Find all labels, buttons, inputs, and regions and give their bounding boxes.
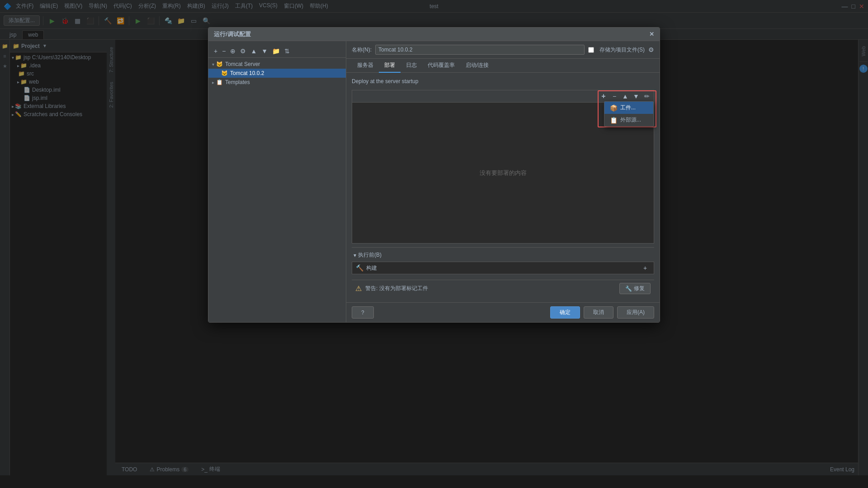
dlg-tomcat-config-label: Tomcat 10.0.2 [230,70,264,76]
name-label: 名称(N): [352,46,372,54]
deploy-add-icon: + [601,92,605,100]
before-launch-label: 执行前(B) [358,251,382,259]
dlg-tab-coverage[interactable]: 代码覆盖率 [422,59,460,73]
external-icon: 📋 [610,117,618,124]
artifact-icon: 📦 [610,104,618,112]
dlg-tab-log[interactable]: 日志 [401,59,422,73]
dialog-titlebar: 运行/调试配置 ✕ [208,28,660,41]
dialog-content: Deploy at the server startup + − [346,73,660,302]
build-icon: 🔨 [356,264,363,272]
fix-label: 修复 [634,285,645,292]
up-config-btn[interactable]: ▲ [249,47,259,56]
warning-icon: ⚠ [355,284,362,293]
popup-menu: 📦 工件... 📋 外部源... [604,101,654,127]
warning-text: 警告: 没有为部署标记工件 [365,285,616,292]
dialog-body: + − ⊕ ⚙ ▲ ▼ 📁 ⇅ ▾ 🐱 Tomcat Server [208,41,660,322]
dialog-close-btn[interactable]: ✕ [649,31,654,38]
name-input[interactable] [375,45,585,55]
deploy-down-btn[interactable]: ▼ [631,91,641,101]
popup-external-label: 外部源... [620,116,641,124]
popup-artifact-label: 工件... [620,104,636,112]
dlg-templates-label: Templates [225,79,250,85]
dialog-title: 运行/调试配置 [214,30,251,38]
deploy-down-icon: ▼ [633,93,639,100]
deploy-add-btn[interactable]: + [599,91,609,101]
before-launch-header[interactable]: ▾ 执行前(B) [352,251,654,259]
fix-icon: 🔧 [625,286,632,292]
deploy-up-btn[interactable]: ▲ [620,91,630,101]
name-row: 名称(N): 存储为项目文件(S) ⚙ [346,41,660,59]
dlg-tree-tomcat-server[interactable]: ▾ 🐱 Tomcat Server [208,60,346,69]
deploy-edit-icon: ✏ [644,93,650,100]
popup-item-external[interactable]: 📋 外部源... [604,114,653,126]
settings-gear-icon[interactable]: ⚙ [648,46,654,53]
before-launch-collapse-icon: ▾ [354,252,356,258]
fix-button[interactable]: 🔧 修复 [619,283,651,294]
deploy-remove-btn[interactable]: − [609,91,619,101]
dialog-tree-toolbar: + − ⊕ ⚙ ▲ ▼ 📁 ⇅ [208,45,346,58]
dlg-tab-startup[interactable]: 启动/连接 [460,59,494,73]
warning-row: ⚠ 警告: 没有为部署标记工件 🔧 修复 [352,280,654,297]
build-row: 🔨 构建 + [352,262,654,274]
store-checkbox[interactable] [588,47,594,53]
deploy-outer: + − ▲ ▼ [352,90,654,244]
dialog-config-tree: + − ⊕ ⚙ ▲ ▼ 📁 ⇅ ▾ 🐱 Tomcat Server [208,41,346,322]
settings-config-btn[interactable]: ⚙ [238,47,248,56]
dialog-overlay: 运行/调试配置 ✕ + − ⊕ ⚙ ▲ ▼ 📁 ⇅ ▾ [0,0,868,488]
apply-btn[interactable]: 应用(A) [617,306,654,319]
confirm-btn[interactable]: 确定 [550,306,580,319]
before-launch-section: ▾ 执行前(B) 🔨 构建 + [352,247,654,276]
dlg-tomcat-server-label: Tomcat Server [225,61,260,67]
remove-config-btn[interactable]: − [220,47,227,56]
deploy-remove-icon: − [613,93,616,100]
dlg-tree-tomcat-config[interactable]: 🐱 Tomcat 10.0.2 [208,69,346,78]
store-label: 存储为项目文件(S) [599,46,645,54]
dlg-tree-templates[interactable]: ▸ 📋 Templates [208,78,346,87]
add-config-tree-btn[interactable]: + [212,47,219,56]
deploy-section-label: Deploy at the server startup [352,78,654,84]
folder-config-btn[interactable]: 📁 [270,47,282,56]
deploy-up-icon: ▲ [622,93,628,100]
dialog-right-panel: 名称(N): 存储为项目文件(S) ⚙ 服务器 部署 日志 [346,41,660,322]
copy-config-btn[interactable]: ⊕ [228,47,237,56]
build-add-btn[interactable]: + [640,263,650,273]
popup-item-artifact[interactable]: 📦 工件... [604,102,653,114]
build-label: 构建 [366,264,637,272]
deploy-toolbar: + − ▲ ▼ [352,90,654,103]
help-btn[interactable]: ? [352,306,374,319]
run-debug-config-dialog: 运行/调试配置 ✕ + − ⊕ ⚙ ▲ ▼ 📁 ⇅ ▾ [208,27,660,323]
dialog-tabs: 服务器 部署 日志 代码覆盖率 启动/连接 [346,59,660,73]
sort-config-btn[interactable]: ⇅ [283,47,292,56]
cancel-btn[interactable]: 取消 [584,306,613,319]
dialog-footer: ? 确定 取消 应用(A) [346,302,660,322]
deploy-edit-btn[interactable]: ✏ [642,91,652,101]
dlg-tab-server[interactable]: 服务器 [352,59,379,73]
footer-spacer [377,306,547,319]
down-config-btn[interactable]: ▼ [259,47,269,56]
dlg-tab-deploy[interactable]: 部署 [379,59,401,73]
